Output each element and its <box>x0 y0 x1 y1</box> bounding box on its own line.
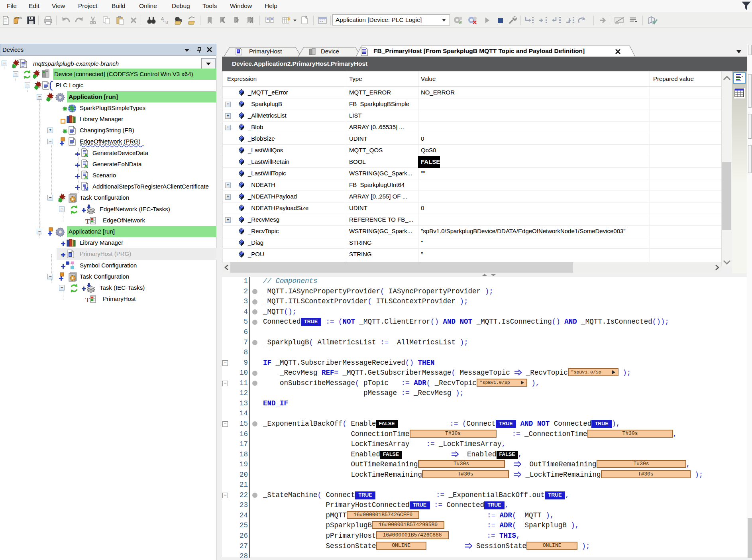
svg-text:A: A <box>84 152 88 158</box>
svg-text:A: A <box>84 163 88 169</box>
svg-text:T: T <box>85 218 90 225</box>
svg-text:T: T <box>85 296 90 304</box>
svg-text:A: A <box>84 175 88 180</box>
svg-text:M: M <box>84 186 88 191</box>
svg-text:A: A <box>161 16 164 21</box>
svg-text:B: B <box>165 20 168 25</box>
